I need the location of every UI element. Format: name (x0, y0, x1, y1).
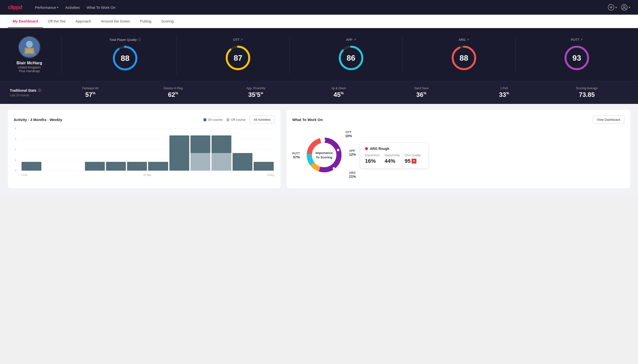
info-stat-opportunity: Opportunity 44% (385, 154, 400, 164)
bar-group-8 (169, 136, 189, 171)
tab-scoring[interactable]: Scoring (156, 15, 178, 28)
svg-point-27 (337, 149, 339, 151)
player-handicap: Plus Handicap (19, 69, 40, 73)
top-nav: clippd Performance ▾ Activities What To … (0, 0, 638, 15)
svg-text:To Scoring: To Scoring (316, 156, 332, 159)
nav-performance[interactable]: Performance ▾ (35, 6, 59, 10)
opportunity-value: 44% (385, 158, 400, 164)
all-activities-button[interactable]: All Activities (250, 116, 275, 124)
svg-rect-8 (26, 48, 33, 53)
what-header: What To Work On View Dashboard (292, 116, 624, 124)
stat-oneputt-value: 33% (463, 91, 545, 98)
app-value: 86 (347, 53, 355, 62)
bar-chart: 0 1 2 3 4 (14, 128, 275, 178)
chart-legend: On course Off course (203, 118, 246, 122)
donut-svg-container: Importance To Scoring (305, 136, 344, 176)
bar-on (211, 136, 231, 153)
tab-around-the-green[interactable]: Around the Green (96, 15, 135, 28)
info-card-stats: Importance 16% Opportunity 44% Shot Qual… (365, 154, 423, 164)
x-label-mar: 28 Mar (143, 174, 151, 176)
tab-off-the-tee[interactable]: Off the Tee (43, 15, 71, 28)
user-chevron: ▾ (629, 6, 630, 9)
nav-links: Performance ▾ Activities What To Work On (35, 6, 116, 10)
x-label-feb: 7 Feb (21, 174, 28, 176)
nav-right: ▾ ▾ (608, 4, 630, 11)
legend-on-course: On course (203, 118, 223, 122)
total-quality-value: 88 (121, 54, 129, 63)
putt-label-outer: PUTT 57% (292, 152, 300, 159)
tabs-bar: My Dashboard Off the Tee Approach Around… (0, 15, 638, 28)
stat-updown-value: 45% (297, 91, 380, 98)
chart-header: Activity - 3 Months - Weekly On course O… (14, 116, 275, 124)
tab-approach[interactable]: Approach (71, 15, 96, 28)
putt-score: PUTT ↗ 93 (525, 36, 628, 74)
nav-activities[interactable]: Activities (65, 6, 80, 10)
bar-on (190, 136, 210, 153)
trad-info-icon[interactable]: ⓘ (38, 88, 41, 93)
traditional-stats: Traditional Stats ⓘ Last 20 rounds Fairw… (0, 81, 638, 104)
ott-label: OTT ↗ (233, 38, 243, 42)
user-button[interactable]: ▾ (621, 4, 630, 11)
bar-on (148, 162, 168, 171)
putt-label: PUTT ↗ (571, 38, 583, 42)
x-axis: 7 Feb 28 Mar 9 May (21, 174, 275, 176)
bar-off (211, 153, 231, 171)
total-quality-label: Total Player Quality ⓘ (109, 38, 141, 42)
bar-group-9 (190, 136, 210, 171)
svg-point-23 (312, 143, 336, 167)
stat-proximity: App. Proximity 35'5" (215, 86, 297, 98)
svg-point-6 (26, 41, 33, 48)
app-score: APP ↗ 86 (299, 36, 402, 74)
arg-label-outer: ARG 21% (349, 171, 356, 178)
activity-panel: Activity - 3 Months - Weekly On course O… (8, 110, 281, 188)
app-label-outer: APP 12% (349, 149, 356, 156)
total-quality-circle: 88 (112, 45, 139, 72)
arg-circle: 88 (451, 44, 477, 72)
arg-score: ARG ↗ 88 (412, 36, 516, 74)
bottom-panels: Activity - 3 Months - Weekly On course O… (0, 104, 638, 194)
logo: clippd (8, 4, 22, 10)
tab-putting[interactable]: Putting (135, 15, 156, 28)
importance-value: 16% (365, 158, 380, 164)
bar-off (190, 153, 210, 171)
bar-group-11 (233, 153, 252, 171)
off-course-dot (227, 118, 230, 121)
bar-group-10 (211, 136, 231, 171)
info-stat-shot-quality: Shot Quality 95 ▼ (405, 154, 420, 164)
donut-svg: Importance To Scoring (305, 136, 344, 174)
donut-area: PUTT 57% I (292, 128, 356, 182)
tab-my-dashboard[interactable]: My Dashboard (8, 15, 43, 28)
ott-circle: 87 (225, 44, 252, 72)
stat-scoring: Scoring Average 73.85 (545, 86, 628, 98)
bar-on (22, 162, 41, 171)
bar-on (169, 136, 189, 171)
app-trend: ↗ (353, 38, 356, 41)
total-quality-info[interactable]: ⓘ (138, 38, 141, 42)
player-info: Blair McHarg United Kingdom Plus Handica… (10, 36, 49, 73)
player-country: United Kingdom (18, 66, 41, 69)
stat-updown: Up & Down 45% (297, 86, 380, 98)
nav-what-to-work-on[interactable]: What To Work On (87, 6, 116, 10)
total-quality-score: Total Player Quality ⓘ 88 (74, 35, 177, 74)
ott-trend: ↗ (241, 38, 243, 41)
bar-group-1 (22, 162, 41, 171)
divider-1 (61, 35, 62, 74)
x-label-may: 9 May (267, 174, 275, 176)
trad-title: Traditional Stats ⓘ (10, 88, 49, 93)
bar-on (127, 162, 147, 171)
stat-sandsave-value: 36% (380, 91, 463, 98)
info-card-title: ARG Rough (370, 147, 389, 150)
bar-on (254, 162, 274, 171)
trad-period: Last 20 rounds (10, 94, 49, 97)
svg-point-28 (333, 167, 335, 170)
bar-on (85, 162, 105, 171)
on-course-dot (203, 118, 206, 121)
info-card-header: ARG Rough (365, 147, 423, 150)
svg-text:Importance: Importance (316, 151, 333, 155)
info-card-dot (365, 147, 368, 150)
stat-greens: Greens In Reg 62% (132, 86, 215, 98)
add-button[interactable]: ▾ (608, 4, 617, 11)
dashboard-header: Blair McHarg United Kingdom Plus Handica… (0, 28, 638, 81)
ott-score: OTT ↗ 87 (186, 36, 290, 74)
view-dashboard-button[interactable]: View Dashboard (593, 116, 624, 124)
